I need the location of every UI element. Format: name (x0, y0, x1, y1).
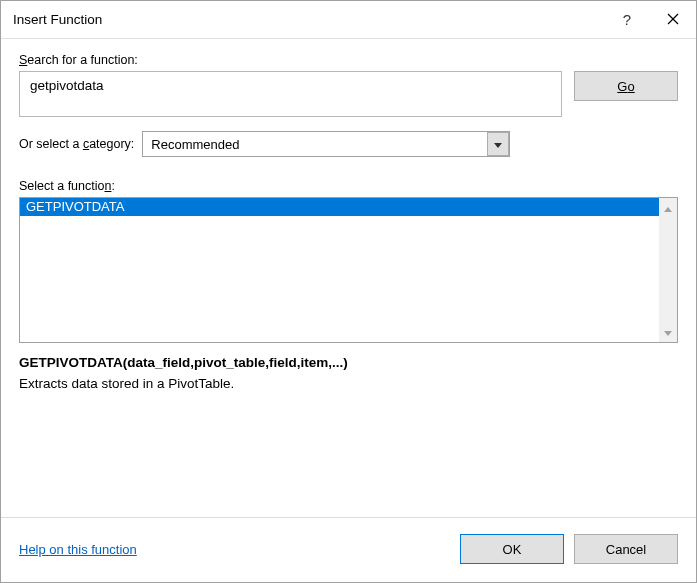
chevron-down-icon (494, 137, 502, 151)
help-icon: ? (623, 11, 631, 28)
svg-marker-3 (664, 207, 672, 212)
scroll-up-icon (664, 201, 672, 215)
search-label: Search for a function: (19, 53, 678, 67)
function-items: GETPIVOTDATA (20, 198, 659, 342)
dialog-content: Search for a function: getpivotdata Go O… (1, 39, 696, 517)
search-input[interactable]: getpivotdata (19, 71, 562, 117)
close-button[interactable] (650, 1, 696, 39)
help-link[interactable]: Help on this function (19, 542, 137, 557)
svg-marker-4 (664, 331, 672, 336)
scrollbar[interactable] (659, 198, 677, 342)
function-signature: GETPIVOTDATA(data_field,pivot_table,fiel… (19, 355, 678, 370)
dialog-footer: Help on this function OK Cancel (1, 517, 696, 582)
function-description: Extracts data stored in a PivotTable. (19, 376, 678, 391)
titlebar: Insert Function ? (1, 1, 696, 39)
help-button[interactable]: ? (604, 1, 650, 39)
search-row: getpivotdata Go (19, 71, 678, 117)
function-listbox[interactable]: GETPIVOTDATA (19, 197, 678, 343)
ok-button[interactable]: OK (460, 534, 564, 564)
category-select[interactable]: Recommended (142, 131, 510, 157)
category-value: Recommended (142, 131, 510, 157)
scroll-down-icon (664, 325, 672, 339)
dropdown-arrow[interactable] (487, 132, 509, 156)
select-function-label: Select a function: (19, 179, 678, 193)
function-item[interactable]: GETPIVOTDATA (20, 198, 659, 216)
svg-marker-2 (494, 143, 502, 148)
category-label: Or select a category: (19, 137, 134, 151)
close-icon (667, 11, 679, 28)
category-row: Or select a category: Recommended (19, 131, 678, 157)
cancel-button[interactable]: Cancel (574, 534, 678, 564)
window-title: Insert Function (13, 12, 604, 27)
go-button[interactable]: Go (574, 71, 678, 101)
